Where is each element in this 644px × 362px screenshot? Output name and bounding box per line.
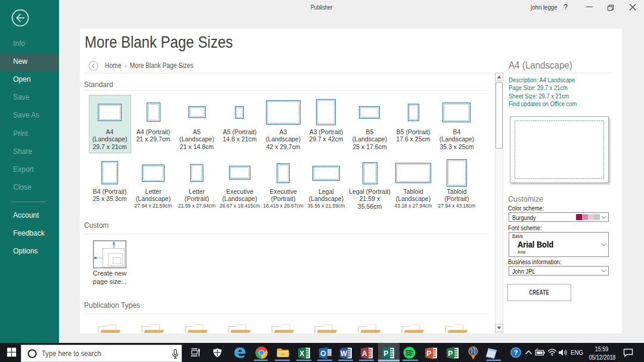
svg-text:W: W xyxy=(340,349,348,358)
svg-text:X: X xyxy=(299,349,304,358)
svg-text:O: O xyxy=(320,349,326,358)
svg-text:P: P xyxy=(448,349,453,358)
svg-text:?: ? xyxy=(513,349,518,356)
svg-text:P: P xyxy=(383,349,388,358)
svg-text:A: A xyxy=(362,349,367,358)
svg-text:P: P xyxy=(426,349,431,358)
